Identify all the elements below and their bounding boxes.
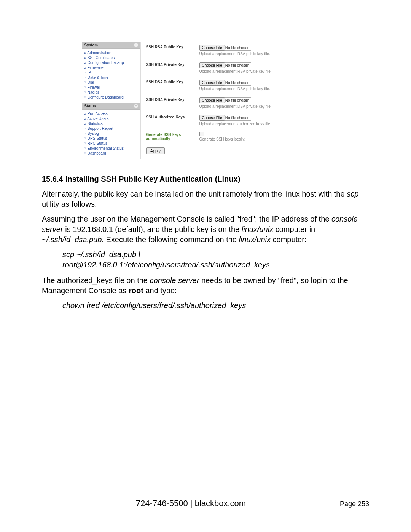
sidebar-item-firewall[interactable]: Firewall (84, 85, 138, 90)
collapse-icon[interactable]: − (134, 104, 138, 108)
choose-file-button[interactable]: Choose File (199, 97, 225, 103)
document-body: 15.6.4Installing SSH Public Key Authenti… (42, 174, 369, 311)
sidebar-section-system[interactable]: System − (82, 42, 140, 49)
sidebar-item-statistics[interactable]: Statistics (84, 121, 138, 126)
choose-file-button[interactable]: Choose File (199, 115, 225, 121)
sidebar-item-configure-dashboard[interactable]: Configure Dashboard (84, 95, 138, 100)
apply-button[interactable]: Apply (146, 147, 165, 154)
sidebar-item-dial[interactable]: Dial (84, 80, 138, 85)
system-nav: Administration SSL Certificates Configur… (82, 49, 140, 103)
collapse-icon[interactable]: − (134, 43, 138, 47)
sidebar-item-date-time[interactable]: Date & Time (84, 75, 138, 80)
footer-contact: 724-746-5500 | blackbox.com (42, 498, 340, 508)
sidebar-item-configuration-backup[interactable]: Configuration Backup (84, 60, 138, 65)
command-block: chown fred /etc/config/users/fred/.ssh/a… (62, 300, 369, 311)
sidebar: System − Administration SSL Certificates… (82, 42, 141, 159)
field-label: SSH DSA Public Key (146, 79, 199, 91)
sidebar-item-dashboard[interactable]: Dashboard (84, 151, 138, 156)
sidebar-section-title: System (84, 43, 98, 47)
paragraph: Alternately, the public key can be insta… (42, 189, 369, 209)
sidebar-section-status[interactable]: Status − (82, 103, 140, 110)
paragraph: Assuming the user on the Management Cons… (42, 214, 369, 245)
file-status: No file chosen (225, 115, 251, 121)
sidebar-item-syslog[interactable]: Syslog (84, 131, 138, 136)
heading-number: 15.6.4 (42, 174, 65, 184)
field-label: SSH Authorized Keys (146, 114, 199, 126)
sidebar-item-ip[interactable]: IP (84, 70, 138, 75)
row-ssh-dsa-private: SSH DSA Private Key Choose File No file … (145, 94, 329, 112)
choose-file-button[interactable]: Choose File (199, 62, 225, 68)
status-nav: Port Access Active Users Statistics Supp… (82, 110, 140, 159)
field-label: SSH RSA Public Key (146, 44, 199, 56)
generate-keys-checkbox[interactable] (199, 132, 204, 136)
choose-file-button[interactable]: Choose File (199, 80, 225, 86)
file-status: No file chosen (225, 97, 251, 103)
help-text: Generate SSH keys locally. (199, 137, 328, 141)
field-label: Generate SSH keysautomatically (146, 132, 199, 141)
page-footer: 724-746-5500 | blackbox.com Page 253 (42, 493, 369, 508)
sidebar-item-nagios[interactable]: Nagios (84, 90, 138, 95)
file-status: No file chosen (225, 62, 251, 68)
help-text: Upload a replacement RSA private key fil… (199, 69, 328, 73)
sidebar-item-port-access[interactable]: Port Access (84, 111, 138, 116)
row-generate-ssh-keys: Generate SSH keysautomatically Generate … (145, 129, 329, 144)
help-text: Upload a replacement DSA private key fil… (199, 104, 328, 109)
sidebar-item-rpc-status[interactable]: RPC Status (84, 141, 138, 146)
file-status: No file chosen (225, 45, 251, 51)
sidebar-item-administration[interactable]: Administration (84, 50, 138, 55)
help-text: Upload a replacement authorized keys fil… (199, 122, 328, 126)
sidebar-item-ups-status[interactable]: UPS Status (84, 136, 138, 141)
sidebar-section-title: Status (84, 104, 96, 108)
file-status: No file chosen (225, 80, 251, 86)
sidebar-item-firmware[interactable]: Firmware (84, 65, 138, 70)
sidebar-item-active-users[interactable]: Active Users (84, 116, 138, 121)
heading-text: Installing SSH Public Key Authentication… (65, 175, 240, 183)
field-label: SSH DSA Private Key (146, 97, 199, 109)
sidebar-item-ssl-certificates[interactable]: SSL Certificates (84, 55, 138, 60)
ssh-keys-screenshot: System − Administration SSL Certificates… (82, 42, 329, 159)
help-text: Upload a replacement DSA public key file… (199, 87, 328, 91)
row-ssh-dsa-public: SSH DSA Public Key Choose File No file c… (145, 77, 329, 94)
ssh-keys-form: SSH RSA Public Key Choose File No file c… (141, 42, 329, 159)
row-ssh-rsa-private: SSH RSA Private Key Choose File No file … (145, 59, 329, 77)
section-heading: 15.6.4Installing SSH Public Key Authenti… (42, 174, 369, 184)
field-label: SSH RSA Private Key (146, 62, 199, 73)
row-ssh-rsa-public: SSH RSA Public Key Choose File No file c… (145, 42, 329, 59)
sidebar-item-environmental-status[interactable]: Environmental Status (84, 146, 138, 151)
command-block: scp ~/.ssh/id_dsa.pub \ root@192.168.0.1… (62, 249, 369, 270)
paragraph: The authorized_keys file on the console … (42, 275, 369, 296)
row-ssh-authorized-keys: SSH Authorized Keys Choose File No file … (145, 112, 329, 129)
sidebar-item-support-report[interactable]: Support Report (84, 126, 138, 131)
help-text: Upload a replacement RSA public key file… (199, 52, 328, 56)
choose-file-button[interactable]: Choose File (199, 45, 225, 51)
footer-page-number: Page 253 (340, 500, 369, 508)
